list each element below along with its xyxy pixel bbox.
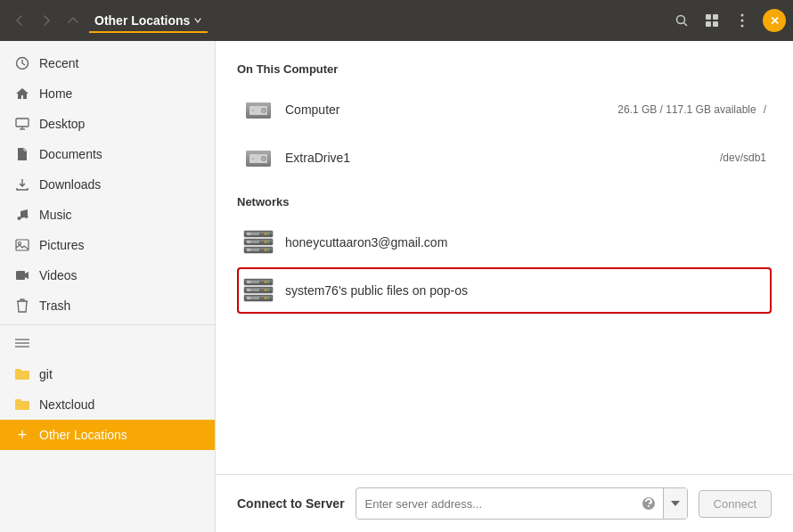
sidebar-item-nextcloud[interactable]: Nextcloud xyxy=(0,389,215,420)
on-this-computer-header: On This Computer xyxy=(237,62,772,76)
svg-rect-38 xyxy=(247,233,250,235)
folder-icon xyxy=(14,397,30,413)
svg-point-8 xyxy=(741,25,744,28)
sidebar-item-label: git xyxy=(39,367,53,381)
sidebar-item-videos[interactable]: Videos xyxy=(0,260,215,291)
documents-icon xyxy=(14,146,30,162)
sidebar-item-desktop[interactable]: Desktop xyxy=(0,109,215,139)
extra-drive-path: /dev/sdb1 xyxy=(720,151,766,164)
sidebar-item-label: Home xyxy=(39,86,72,101)
view-toggle-button[interactable] xyxy=(699,7,725,34)
content-panel: On This Computer xyxy=(216,41,793,532)
folder-icon xyxy=(14,366,30,382)
main-area: Recent Home Desktop xyxy=(0,41,793,532)
svg-point-13 xyxy=(18,217,21,220)
sidebar-item-label: Pictures xyxy=(39,238,85,252)
sidebar-item-bookmarks[interactable] xyxy=(0,329,215,359)
connect-button[interactable]: Connect xyxy=(699,490,772,518)
svg-rect-5 xyxy=(713,21,718,27)
sidebar-item-label: Recent xyxy=(39,56,78,70)
connect-label: Connect to Server xyxy=(237,496,345,511)
breadcrumb-title[interactable]: Other Locations xyxy=(89,10,208,31)
sidebar-item-label: Other Locations xyxy=(39,428,127,442)
up-button[interactable] xyxy=(61,8,86,33)
computer-path: / xyxy=(764,103,766,116)
network-drive-icon-gmail xyxy=(242,226,274,258)
svg-rect-62 xyxy=(247,289,250,291)
sidebar-item-label: Desktop xyxy=(39,117,85,131)
svg-rect-44 xyxy=(247,241,250,243)
computer-location-item[interactable]: Computer 26.1 GB / 117.1 GB available / xyxy=(237,86,772,133)
svg-rect-50 xyxy=(247,249,250,251)
network-item-gmail[interactable]: honeycuttaaron3@gmail.com xyxy=(237,219,772,266)
svg-point-40 xyxy=(267,233,269,234)
svg-rect-18 xyxy=(15,339,29,340)
server-question-icon xyxy=(634,496,663,511)
sidebar-item-recent[interactable]: Recent xyxy=(0,48,215,78)
svg-point-70 xyxy=(267,297,269,299)
sidebar-item-pictures[interactable]: Pictures xyxy=(0,230,215,260)
svg-point-57 xyxy=(265,281,266,282)
svg-point-33 xyxy=(263,158,266,160)
sidebar-item-label: Videos xyxy=(39,268,78,282)
extra-drive-icon xyxy=(242,142,274,174)
close-icon: ✕ xyxy=(770,14,780,28)
sidebar-item-documents[interactable]: Documents xyxy=(0,139,215,169)
videos-icon xyxy=(14,267,30,283)
svg-point-69 xyxy=(265,297,266,299)
breadcrumb-label: Other Locations xyxy=(94,13,190,28)
svg-point-14 xyxy=(25,215,29,218)
nav-buttons xyxy=(7,8,86,33)
home-icon xyxy=(14,86,30,102)
svg-rect-3 xyxy=(713,14,718,20)
svg-point-58 xyxy=(267,281,269,282)
sidebar-item-downloads[interactable]: Downloads xyxy=(0,169,215,200)
sidebar-item-label: Trash xyxy=(39,299,70,313)
gmail-label: honeycuttaaron3@gmail.com xyxy=(285,235,766,250)
server-address-input[interactable] xyxy=(356,491,634,517)
bookmarks-icon xyxy=(14,336,30,352)
computer-size: 26.1 GB / 117.1 GB available xyxy=(617,103,756,116)
downloads-icon xyxy=(14,176,30,192)
svg-point-0 xyxy=(677,16,685,24)
svg-rect-4 xyxy=(706,21,711,27)
extra-drive-meta: /dev/sdb1 xyxy=(720,151,766,164)
extra-drive-label: ExtraDrive1 xyxy=(285,151,709,165)
sidebar-item-trash[interactable]: Trash xyxy=(0,291,215,321)
sidebar-item-label: Downloads xyxy=(39,177,101,192)
svg-point-39 xyxy=(265,233,266,234)
svg-point-46 xyxy=(267,241,269,242)
sidebar-item-home[interactable]: Home xyxy=(0,78,215,109)
sidebar-item-git[interactable]: git xyxy=(0,359,215,389)
close-button[interactable]: ✕ xyxy=(763,9,786,32)
svg-rect-2 xyxy=(706,14,711,20)
desktop-icon xyxy=(14,116,30,132)
computer-label: Computer xyxy=(285,102,607,117)
sidebar-item-label: Music xyxy=(39,208,72,222)
computer-meta: 26.1 GB / 117.1 GB available / xyxy=(617,103,766,116)
search-button[interactable] xyxy=(668,7,695,34)
back-button[interactable] xyxy=(7,8,32,33)
extra-drive-location-item[interactable]: ExtraDrive1 /dev/sdb1 xyxy=(237,135,772,181)
svg-point-64 xyxy=(267,289,269,291)
svg-point-34 xyxy=(252,158,254,160)
connect-dropdown-button[interactable] xyxy=(663,488,687,519)
sidebar-item-music[interactable]: Music xyxy=(0,200,215,230)
toolbar-actions: ✕ xyxy=(668,7,786,34)
menu-button[interactable] xyxy=(729,7,756,34)
breadcrumb: Other Locations xyxy=(89,9,208,33)
svg-point-27 xyxy=(252,110,254,111)
svg-rect-20 xyxy=(15,346,29,348)
network-item-system76[interactable]: system76's public files on pop-os xyxy=(237,267,772,314)
svg-point-6 xyxy=(741,14,744,17)
forward-button[interactable] xyxy=(34,8,59,33)
svg-rect-15 xyxy=(16,240,29,250)
sidebar-item-label: Documents xyxy=(39,147,102,161)
music-icon xyxy=(14,207,30,223)
system76-label: system76's public files on pop-os xyxy=(285,283,766,298)
svg-point-7 xyxy=(741,20,744,22)
svg-point-45 xyxy=(265,241,266,242)
sidebar-item-other-locations[interactable]: + Other Locations xyxy=(0,420,215,450)
network-drive-icon-system76 xyxy=(242,274,274,307)
pictures-icon xyxy=(14,237,30,253)
